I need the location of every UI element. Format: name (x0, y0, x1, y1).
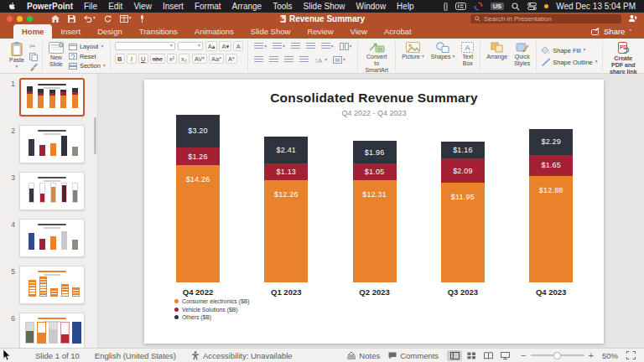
font-button-1[interactable]: I (127, 54, 137, 64)
align-center-button[interactable] (267, 54, 280, 65)
tab-view[interactable]: View (342, 24, 376, 39)
close-window-button[interactable] (7, 16, 13, 22)
zoom-out-button[interactable]: − (521, 350, 526, 360)
slide-1-editing-surface[interactable]: Consolidated Revenue Summary Q4 2022 - Q… (144, 80, 604, 344)
font-extra-2[interactable]: A▾ (226, 54, 237, 64)
font-size-adjust-0[interactable]: A▴ (205, 41, 218, 51)
font-extra-caret-2[interactable]: ▾ (232, 56, 235, 61)
slide-thumbnail-3[interactable] (19, 172, 85, 210)
table-dropdown-caret[interactable]: ▾ (129, 16, 132, 21)
normal-view-button[interactable] (447, 350, 462, 361)
layout-button[interactable]: Layout▾ (69, 43, 106, 50)
language-indicator[interactable]: English (United States) (95, 351, 176, 360)
notes-toggle[interactable]: Notes (347, 351, 380, 360)
line-spacing-button[interactable]: ▾ (319, 41, 335, 52)
zoom-slider-thumb[interactable] (553, 352, 561, 359)
undo-icon[interactable] (84, 15, 92, 23)
pin-icon[interactable] (140, 15, 144, 23)
font-extra-0[interactable]: AV▾ (192, 54, 207, 64)
spotlight-search-icon[interactable] (512, 3, 520, 11)
input-source-badge[interactable]: US (491, 3, 504, 11)
tab-acrobat[interactable]: Acrobat (376, 24, 420, 39)
shape-outline-button[interactable]: Shape Outline▾ (541, 58, 597, 66)
menu-item-file[interactable]: File (84, 2, 97, 11)
create-pdf-button[interactable]: PD Create PDF and share link (607, 41, 640, 76)
menu-item-insert[interactable]: Insert (163, 2, 184, 11)
slide-thumbnail-6[interactable] (19, 313, 85, 348)
slide-thumbnail-1[interactable] (19, 78, 85, 116)
reset-button[interactable]: Reset (69, 53, 106, 60)
font-button-2[interactable]: U (138, 54, 148, 64)
thumbnail-scrollbar[interactable] (94, 117, 96, 154)
slide-thumbnail-2[interactable] (19, 125, 85, 163)
menu-item-view[interactable]: View (133, 2, 152, 11)
save-icon[interactable] (68, 15, 75, 23)
sync-icon[interactable] (474, 2, 483, 11)
menu-clock[interactable]: Wed Dec 13 5:04 PM (556, 2, 636, 11)
shapes-button[interactable]: Shapes▾ (429, 41, 457, 61)
share-button[interactable]: Share ⌃ (591, 27, 632, 39)
increase-indent-button[interactable] (304, 41, 317, 52)
font-button-4[interactable]: x² (167, 54, 177, 64)
zoom-window-button[interactable] (27, 16, 33, 22)
slide-thumbnail-5[interactable] (19, 266, 85, 304)
font-button-0[interactable]: B (115, 54, 125, 64)
menu-item-window[interactable]: Window (356, 2, 387, 11)
font-size-adjust-1[interactable]: A▾ (219, 41, 231, 51)
zoom-slider[interactable] (531, 354, 584, 356)
table-grid-icon[interactable] (120, 15, 128, 23)
tab-design[interactable]: Design (89, 24, 131, 39)
menu-item-slide-show[interactable]: Slide Show (304, 2, 345, 11)
text-direction-button[interactable]: ↕A▾ (313, 54, 329, 65)
format-painter-icon[interactable] (29, 63, 38, 71)
undo-dropdown-caret[interactable]: ▾ (93, 16, 96, 21)
cut-icon[interactable]: ✂ (29, 43, 38, 50)
menu-item-powerpoint[interactable]: PowerPoint (27, 2, 73, 11)
redo-icon[interactable] (104, 15, 112, 23)
align-left-button[interactable] (252, 54, 265, 65)
reading-view-button[interactable] (480, 350, 496, 361)
font-extra-caret-0[interactable]: ▾ (202, 56, 205, 61)
control-center-icon[interactable] (527, 3, 537, 10)
quick-styles-button[interactable]: Quick Styles (512, 41, 532, 68)
accessibility-status[interactable]: Accessibility: Unavailable (191, 351, 293, 360)
convert-to-smartart-button[interactable]: Convert to SmartArt (362, 41, 391, 75)
slide-sorter-view-button[interactable] (464, 350, 479, 361)
menu-item-arrange[interactable]: Arrange (232, 2, 262, 11)
tab-slide-show[interactable]: Slide Show (242, 24, 299, 39)
keyboard-viewer-icon[interactable] (455, 3, 466, 10)
share-collapse-chevron[interactable]: ⌃ (628, 29, 632, 34)
font-size-combo[interactable]: ▾ (178, 42, 203, 50)
apple-menu-icon[interactable] (8, 2, 16, 11)
presence-share-icon[interactable] (628, 14, 637, 23)
slideshow-view-button[interactable] (497, 350, 512, 361)
minimize-window-button[interactable] (17, 16, 23, 22)
text-box-button[interactable]: A Text Box (460, 41, 475, 68)
menu-item-edit[interactable]: Edit (108, 2, 122, 11)
font-extra-1[interactable]: Aa▾ (209, 54, 224, 64)
fit-slide-to-window-icon[interactable] (626, 351, 636, 359)
bullets-button[interactable]: ▾ (252, 41, 268, 52)
search-in-presentation-field[interactable]: Search in Presentation (470, 14, 621, 23)
new-slide-button[interactable]: New Slide (47, 41, 65, 69)
home-icon[interactable] (51, 15, 60, 23)
justify-button[interactable] (298, 54, 310, 65)
slide-thumbnail-4[interactable] (19, 219, 85, 257)
tab-home[interactable]: Home (13, 24, 52, 39)
shortcuts-icon[interactable] (444, 3, 448, 11)
font-button-3[interactable]: abc (150, 54, 165, 64)
shape-fill-button[interactable]: Shape Fill▾ (541, 46, 585, 54)
menu-item-help[interactable]: Help (397, 2, 414, 11)
tab-review[interactable]: Review (299, 24, 341, 39)
decrease-indent-button[interactable] (289, 41, 302, 52)
menu-item-tools[interactable]: Tools (273, 2, 292, 11)
font-extra-caret-1[interactable]: ▾ (219, 56, 221, 61)
paste-dropdown-caret[interactable]: ▾ (16, 65, 18, 70)
font-name-combo[interactable]: ▾ (115, 42, 175, 50)
tab-animations[interactable]: Animations (186, 24, 242, 39)
menu-item-format[interactable]: Format (195, 2, 221, 11)
comments-toggle[interactable]: Comments (388, 351, 439, 360)
arrange-button[interactable]: Arrange (485, 41, 509, 61)
columns-button[interactable]: ▾ (338, 41, 354, 52)
zoom-in-button[interactable]: + (589, 350, 594, 360)
